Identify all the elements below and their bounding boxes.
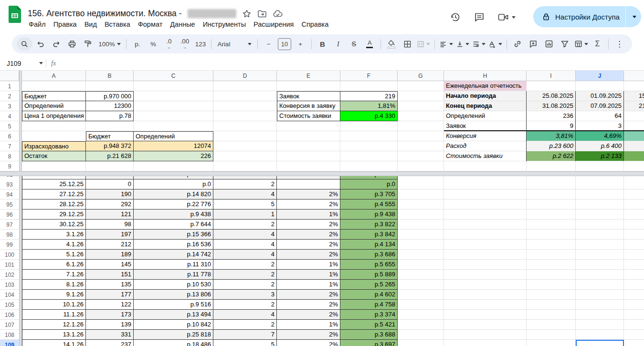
insert-comment-button[interactable] [526, 37, 541, 51]
vertical-align-button[interactable] [454, 37, 471, 51]
cell-D95[interactable]: 5 [213, 199, 277, 210]
increase-font-size-button[interactable]: + [293, 37, 308, 51]
cell-A3[interactable]: Определений [22, 101, 86, 111]
frozen-pane-horizontal-bar[interactable] [0, 171, 644, 176]
cell-F99[interactable]: р.4 134 [340, 240, 398, 250]
cell-E98[interactable]: 2% [277, 230, 340, 240]
cell-C109[interactable]: р.18 486 [134, 340, 213, 346]
cell-C95[interactable]: р.22 776 [134, 199, 213, 210]
cell-E94[interactable]: 2% [277, 189, 340, 199]
row-header-96[interactable]: 96 [0, 210, 19, 220]
text-rotation-button[interactable] [487, 37, 503, 51]
cell-C108[interactable]: р.25 818 [134, 330, 213, 340]
cell-C94[interactable]: р.14 820 [134, 189, 213, 199]
bold-button[interactable]: B [315, 37, 330, 51]
cell-E99[interactable]: 2% [277, 240, 340, 250]
frozen-pane-vertical-bar[interactable] [19, 71, 22, 346]
column-header-C[interactable]: C [134, 71, 213, 81]
cell-E3[interactable]: Конверсия в заявку [277, 101, 340, 111]
cell-A97[interactable]: 30.12.25 [22, 220, 86, 230]
row-header-97[interactable]: 97 [0, 220, 19, 230]
cell-F98[interactable]: р.3 842 [340, 230, 398, 240]
print-button[interactable] [64, 37, 80, 51]
cell-J3[interactable]: 07.09.2025 [576, 101, 624, 111]
menu-format[interactable]: Формат [134, 20, 167, 29]
cell-B101[interactable]: 145 [86, 260, 134, 270]
text-wrap-button[interactable] [471, 37, 487, 51]
cell-H2[interactable]: Начало периода [444, 91, 527, 101]
row-header-102[interactable]: 102 [0, 270, 19, 280]
cell-D96[interactable]: 1 [213, 210, 277, 220]
cell-A93[interactable]: 25.12.25 [22, 179, 86, 189]
column-header-A[interactable]: A [22, 71, 86, 81]
row-header-6[interactable]: 6 [0, 131, 19, 141]
cell-A101[interactable]: 6.1.26 [22, 260, 86, 270]
paint-format-button[interactable] [80, 37, 95, 51]
cell-D93[interactable]: 2 [213, 179, 277, 189]
cell-A107[interactable]: 12.1.26 [22, 320, 86, 330]
cell-B109[interactable]: 237 [86, 340, 134, 346]
cell-I3[interactable]: 31.08.2025 [527, 101, 576, 111]
cell-D94[interactable]: 4 [213, 189, 277, 199]
cell-F105[interactable]: р.4 758 [340, 300, 398, 310]
format-currency-button[interactable]: р. [129, 37, 145, 51]
cell-B96[interactable]: 121 [86, 210, 134, 220]
cell-A102[interactable]: 7.1.26 [22, 270, 86, 280]
cell-I5[interactable]: 9 [527, 121, 576, 131]
font-size-input[interactable]: 10 [278, 38, 291, 50]
cell-C105[interactable]: р.9 516 [134, 300, 213, 310]
menu-extensions[interactable]: Расширения [250, 20, 297, 29]
column-header-D[interactable]: D [213, 71, 277, 81]
cell-B105[interactable]: 122 [86, 300, 134, 310]
cell-I7[interactable]: р.23 600 [527, 141, 576, 151]
column-header-F[interactable]: F [340, 71, 398, 81]
cell-E109[interactable]: 2% [277, 340, 340, 346]
cell-B100[interactable]: 189 [86, 250, 134, 260]
cell-D106[interactable]: 4 [213, 310, 277, 320]
join-call-button[interactable] [497, 11, 516, 23]
cell-E105[interactable]: 2% [277, 300, 340, 310]
share-button[interactable]: Настройки Доступа [533, 6, 641, 27]
cell-E2[interactable]: Заявок [277, 91, 340, 101]
cell-D97[interactable]: 2 [213, 220, 277, 230]
column-header-I[interactable]: I [527, 71, 576, 81]
cell-H4[interactable]: Определений [444, 111, 527, 121]
cell-F4[interactable]: р.4 330 [340, 111, 398, 121]
cell-F96[interactable]: р.9 438 [340, 210, 398, 220]
cell-D108[interactable]: 7 [213, 330, 277, 340]
cell-E106[interactable]: 2% [277, 310, 340, 320]
create-filter-button[interactable] [557, 37, 573, 51]
redo-button[interactable] [48, 37, 64, 51]
cell-A94[interactable]: 27.12.25 [22, 189, 86, 199]
cell-H5[interactable]: Заявок [444, 121, 527, 131]
cell-F106[interactable]: р.3 374 [340, 310, 398, 320]
cell-E104[interactable]: 2% [277, 290, 340, 300]
cell-A105[interactable]: 10.1.26 [22, 300, 86, 310]
cell-J7[interactable]: р.6 400 [576, 141, 624, 151]
cell-J6[interactable]: 4,69% [576, 131, 624, 141]
row-header-95[interactable]: 95 [0, 199, 19, 210]
cell-J4[interactable]: 64 [576, 111, 624, 121]
text-color-button[interactable]: A [362, 37, 378, 51]
cell-B3[interactable]: 12300 [86, 101, 134, 111]
cell-B94[interactable]: 190 [86, 189, 134, 199]
menu-tools[interactable]: Инструменты [199, 20, 250, 29]
cell-B103[interactable]: 135 [86, 280, 134, 290]
increase-decimal-button[interactable]: .00→ [177, 37, 192, 51]
cell-B107[interactable]: 139 [86, 320, 134, 330]
cell-F94[interactable]: р.3 705 [340, 189, 398, 199]
cell-A2[interactable]: Бюджет [22, 91, 86, 101]
column-header-H[interactable]: H [444, 71, 527, 81]
decrease-font-size-button[interactable]: − [261, 37, 276, 51]
cell-A108[interactable]: 13.1.26 [22, 330, 86, 340]
menu-help[interactable]: Справка [297, 20, 332, 29]
cell-E100[interactable]: 2% [277, 250, 340, 260]
cell-E108[interactable]: 2% [277, 330, 340, 340]
star-icon[interactable] [242, 9, 252, 19]
cell-A98[interactable]: 3.1.26 [22, 230, 86, 240]
cell-I8[interactable]: р.2 622 [527, 151, 576, 161]
row-header-107[interactable]: 107 [0, 320, 19, 330]
fill-color-button[interactable] [384, 37, 400, 51]
row-header-103[interactable]: 103 [0, 280, 19, 290]
cell-E103[interactable]: 1% [277, 280, 340, 290]
